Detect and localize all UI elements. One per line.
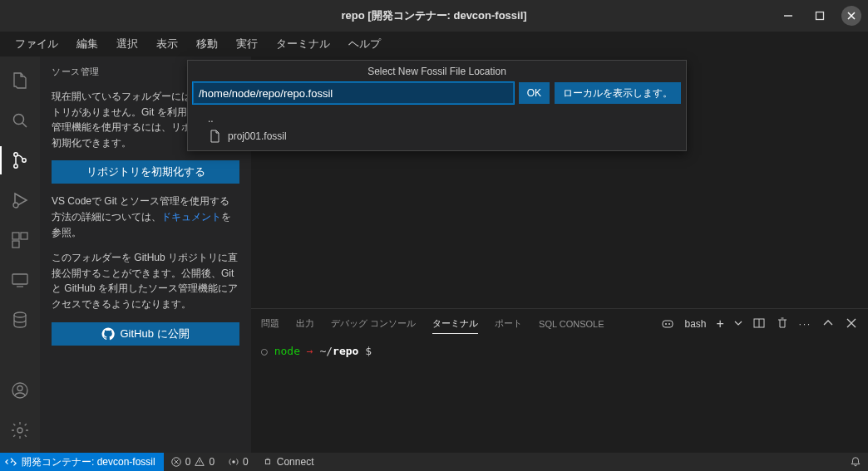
activity-bar [0, 56, 40, 453]
tab-debug-console[interactable]: デバッグ コンソール [331, 317, 416, 330]
status-notifications[interactable] [843, 453, 868, 471]
tab-terminal[interactable]: ターミナル [432, 317, 478, 334]
quick-input-dialog: Select New Fossil File Location OK ローカルを… [187, 60, 687, 151]
file-icon [208, 130, 221, 143]
new-terminal-icon[interactable]: + [716, 316, 723, 331]
terminal-arrow-icon: → [307, 345, 320, 357]
window-maximize-button[interactable] [810, 6, 830, 26]
terminal-bullet-icon: ○ [261, 345, 274, 357]
plug-icon [262, 456, 274, 468]
panel-tabs: 問題 出力 デバッグ コンソール ターミナル ポート SQL CONSOLE b… [251, 309, 868, 338]
quick-input-ok-button[interactable]: OK [519, 82, 550, 104]
svg-rect-8 [12, 241, 19, 248]
window-titlebar: repo [開発コンテナー: devcon-fossil] [0, 0, 868, 32]
menu-go[interactable]: 移動 [188, 33, 226, 55]
svg-point-13 [17, 428, 22, 433]
svg-point-16 [668, 323, 670, 325]
status-remote-label: 開発コンテナー: devcon-fossil [22, 455, 155, 469]
activity-database[interactable] [0, 302, 40, 337]
status-problems[interactable]: 0 0 [164, 453, 221, 471]
quick-input-item-file[interactable]: proj001.fossil [188, 127, 686, 145]
broadcast-icon [228, 456, 239, 468]
window-title: repo [開発コンテナー: devcon-fossil] [341, 8, 526, 23]
terminal-prompt: $ [365, 345, 372, 357]
panel-close-icon[interactable] [845, 316, 858, 331]
svg-point-5 [13, 203, 18, 208]
terminal-user: node [274, 345, 300, 357]
menu-edit[interactable]: 編集 [68, 33, 106, 55]
status-ports[interactable]: 0 [221, 453, 255, 471]
activity-remote-explorer[interactable] [0, 262, 40, 297]
svg-rect-7 [21, 233, 27, 239]
svg-rect-0 [816, 12, 824, 20]
kill-terminal-icon[interactable] [776, 316, 789, 331]
window-minimize-button[interactable] [778, 6, 798, 26]
sidebar-publish-text: このフォルダーを GitHub リポジトリに直接公開することができます。公開後、… [52, 250, 239, 312]
quick-input-show-local-button[interactable]: ローカルを表示します。 [555, 82, 681, 104]
status-bar: 開発コンテナー: devcon-fossil 0 0 0 Connect [0, 453, 868, 471]
svg-rect-9 [12, 274, 27, 284]
svg-rect-20 [265, 459, 269, 464]
docs-link[interactable]: ドキュメント [161, 211, 221, 223]
warning-icon [194, 456, 205, 468]
terminal-path-dir: repo [333, 345, 358, 357]
bottom-panel: 問題 出力 デバッグ コンソール ターミナル ポート SQL CONSOLE b… [251, 308, 868, 453]
remote-icon [5, 456, 17, 468]
menu-select[interactable]: 選択 [108, 33, 146, 55]
svg-point-15 [665, 323, 667, 325]
panel-more-icon[interactable]: ··· [799, 319, 811, 329]
svg-point-19 [232, 460, 235, 464]
publish-github-label: GitHub に公開 [120, 326, 189, 341]
status-connect[interactable]: Connect [255, 453, 321, 471]
window-close-button[interactable] [841, 6, 861, 26]
error-icon [170, 456, 182, 468]
svg-rect-6 [12, 233, 19, 239]
menu-file[interactable]: ファイル [7, 33, 67, 55]
svg-point-12 [17, 386, 22, 391]
terminal-path-prefix: ~/ [319, 345, 333, 357]
svg-rect-14 [663, 321, 673, 327]
tab-problems[interactable]: 問題 [261, 317, 279, 330]
activity-accounts[interactable] [0, 373, 40, 408]
menu-help[interactable]: ヘルプ [340, 33, 389, 55]
tab-sql-console[interactable]: SQL CONSOLE [539, 319, 604, 329]
svg-point-1 [14, 115, 24, 125]
menu-view[interactable]: 表示 [148, 33, 186, 55]
menu-run[interactable]: 実行 [228, 33, 266, 55]
panel-maximize-icon[interactable] [821, 316, 835, 331]
activity-source-control[interactable] [0, 143, 40, 178]
quick-input-list: .. proj001.fossil [188, 109, 686, 150]
sidebar-docs-text: VS Codeで Git とソース管理を使用する方法の詳細については、ドキュメン… [52, 194, 239, 240]
panel-actions: bash + ··· [661, 316, 858, 331]
activity-run-debug[interactable] [0, 183, 40, 218]
activity-search[interactable] [0, 103, 40, 138]
menubar: ファイル 編集 選択 表示 移動 実行 ターミナル ヘルプ [0, 32, 868, 56]
svg-point-2 [14, 153, 17, 156]
svg-point-10 [14, 312, 26, 317]
copilot-icon[interactable] [661, 316, 674, 331]
svg-point-3 [14, 164, 17, 168]
github-icon [101, 327, 115, 341]
tab-output[interactable]: 出力 [296, 317, 314, 330]
activity-extensions[interactable] [0, 223, 40, 258]
activity-settings[interactable] [0, 413, 40, 448]
quick-input-field[interactable] [193, 82, 514, 104]
terminal-shell-label[interactable]: bash [684, 318, 706, 330]
bell-icon [850, 456, 861, 468]
tab-ports[interactable]: ポート [495, 317, 522, 330]
activity-explorer[interactable] [0, 63, 40, 98]
window-controls [778, 6, 861, 26]
split-terminal-icon[interactable] [752, 316, 766, 331]
init-repo-label: リポジトリを初期化する [86, 164, 205, 179]
quick-input-title: Select New Fossil File Location [188, 61, 686, 82]
terminal-body[interactable]: ○ node → ~/repo $ [251, 338, 868, 453]
publish-github-button[interactable]: GitHub に公開 [52, 322, 239, 346]
menu-terminal[interactable]: ターミナル [268, 33, 338, 55]
status-remote[interactable]: 開発コンテナー: devcon-fossil [0, 453, 164, 471]
init-repo-button[interactable]: リポジトリを初期化する [52, 160, 239, 184]
quick-input-item-up[interactable]: .. [188, 110, 686, 127]
terminal-dropdown-icon[interactable] [734, 319, 742, 329]
